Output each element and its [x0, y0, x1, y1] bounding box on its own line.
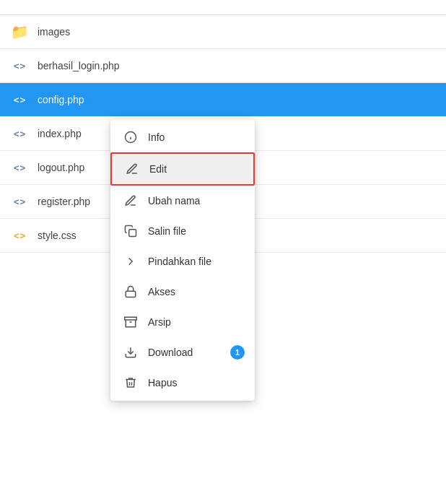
menu-item-access[interactable]: Akses	[110, 277, 255, 307]
archive-icon	[123, 315, 138, 329]
file-name: style.css	[38, 230, 76, 241]
code-icon: <>	[12, 58, 27, 74]
file-row[interactable]: 📁images	[0, 15, 446, 49]
folder-icon: 📁	[12, 24, 27, 40]
rename-icon	[123, 194, 138, 208]
code-icon: <>	[12, 126, 27, 142]
menu-item-label: Ubah nama	[148, 195, 200, 207]
trash-icon	[123, 375, 138, 390]
code-icon: <>	[12, 160, 27, 175]
menu-item-label: Download	[148, 347, 193, 358]
move-icon	[123, 254, 138, 269]
svg-rect-3	[129, 230, 136, 237]
menu-item-rename[interactable]: Ubah nama	[110, 186, 255, 216]
file-name: index.php	[38, 128, 82, 139]
file-row[interactable]: <>config.php	[0, 83, 446, 117]
menu-item-label: Hapus	[148, 377, 177, 388]
menu-item-info[interactable]: Info	[110, 122, 255, 152]
lock-icon	[123, 284, 138, 299]
code-icon: <>	[12, 194, 27, 209]
menu-item-download[interactable]: Download 1	[110, 337, 255, 368]
file-list-header[interactable]	[0, 0, 446, 15]
download-badge: 1	[230, 345, 245, 360]
file-name: config.php	[38, 94, 84, 105]
menu-item-label: Info	[148, 131, 165, 143]
file-name: register.php	[38, 196, 90, 207]
svg-rect-5	[125, 317, 137, 320]
file-name: berhasil_login.php	[38, 60, 120, 71]
code-icon: <>	[12, 92, 27, 108]
code-icon: <>	[12, 227, 27, 243]
info-icon	[123, 130, 138, 144]
menu-item-label: Akses	[148, 286, 175, 297]
file-name: logout.php	[38, 162, 84, 173]
menu-item-copy[interactable]: Salin file	[110, 216, 255, 246]
menu-item-label: Pindahkan file	[148, 256, 211, 267]
menu-item-label: Edit	[149, 163, 167, 175]
file-name: images	[38, 26, 70, 38]
context-menu: Info Edit Ubah nama Salin file Pindahkan…	[110, 119, 255, 401]
menu-items-container: Info Edit Ubah nama Salin file Pindahkan…	[110, 122, 255, 398]
menu-item-move[interactable]: Pindahkan file	[110, 246, 255, 277]
menu-item-label: Salin file	[148, 225, 186, 237]
download-icon	[123, 345, 138, 360]
file-row[interactable]: <>berhasil_login.php	[0, 49, 446, 83]
menu-item-label: Arsip	[148, 316, 171, 328]
menu-item-delete[interactable]: Hapus	[110, 368, 255, 398]
svg-rect-4	[126, 291, 136, 297]
menu-item-archive[interactable]: Arsip	[110, 307, 255, 337]
menu-item-edit[interactable]: Edit	[110, 152, 255, 186]
edit-icon	[125, 162, 139, 176]
copy-icon	[123, 224, 138, 238]
